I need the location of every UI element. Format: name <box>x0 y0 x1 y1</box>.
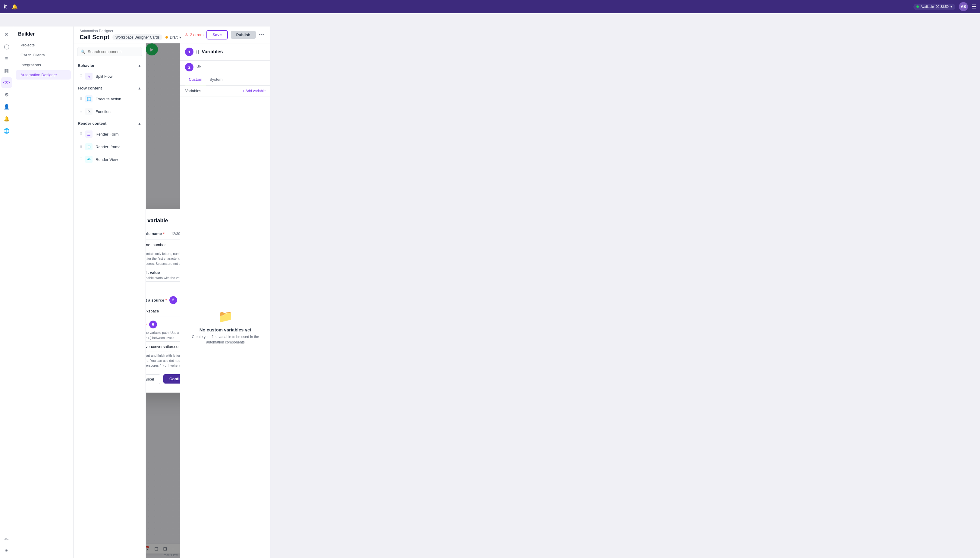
step-6-badge: 6 <box>149 320 157 328</box>
execute-action-item[interactable]: ⠿ 🌐 Execute action <box>76 93 144 105</box>
render-view-item[interactable]: ⠿ 👁 Render View <box>76 153 144 166</box>
sidebar-item-projects[interactable]: Projects <box>16 40 71 50</box>
sidebar-icon-bell2[interactable]: 🔔 <box>1 113 12 124</box>
save-button[interactable]: Save <box>207 30 228 39</box>
variable-name-hint: Must contain only letters, numbers (exce… <box>146 251 180 266</box>
availability-label: Available <box>921 5 934 8</box>
timer-label: 00:33:50 <box>936 5 949 8</box>
render-view-icon: 👁 <box>85 156 92 163</box>
chevron-icon: ▾ <box>179 35 181 39</box>
render-content-section-header[interactable]: Render content ▲ <box>74 118 146 128</box>
error-count: 2 errors <box>190 33 204 37</box>
path-hint: Write the variable path. Use a dot notat… <box>146 330 180 340</box>
behavior-section-header[interactable]: Behavior ▲ <box>74 60 146 70</box>
step-2-badge: 2 <box>185 63 194 71</box>
top-bar: it 🔔 Available 00:33:50 ▾ AB ☰ <box>0 0 980 13</box>
content-layout: 🔍 Behavior ▲ ⠿ ⑃ Split Flow Flow content <box>74 43 270 558</box>
variable-name-label: Variable name * 12/30 4 <box>146 230 180 238</box>
icon-sidebar: ⊙ ◯ ≡ ▦ </> ⚙ 👤 🔔 🌐 ✏ ⊞ <box>0 26 13 558</box>
step-5-badge: 5 <box>169 296 177 304</box>
empty-title: No custom variables yet <box>200 327 252 332</box>
source-required: * <box>166 298 167 302</box>
split-flow-item[interactable]: ⠿ ⑃ Split Flow <box>76 70 144 82</box>
cancel-button[interactable]: Cancel <box>146 374 160 384</box>
header-actions: ⚠ 2 errors Save Publish ••• <box>185 30 264 39</box>
canvas-area[interactable]: ▶ 📅 ⊡ ⊞ − + › React Flow ✕ Add variable <box>146 43 180 558</box>
draft-selector[interactable]: Draft ▾ <box>166 35 181 39</box>
render-form-label: Render Form <box>95 132 119 136</box>
split-flow-label: Split Flow <box>95 74 112 79</box>
publish-button[interactable]: Publish <box>231 31 256 39</box>
search-icon: 🔍 <box>80 49 85 54</box>
sidebar-icon-edit[interactable]: ✏ <box>1 534 12 545</box>
render-iframe-label: Render Iframe <box>95 144 121 149</box>
sidebar-icon-home[interactable]: ⊙ <box>1 29 12 40</box>
add-variable-button[interactable]: + Add variable <box>243 89 266 93</box>
tab-custom[interactable]: Custom <box>185 74 206 85</box>
sidebar-icon-globe[interactable]: 🌐 <box>1 125 12 136</box>
drag-handle: ⠿ <box>80 144 82 149</box>
variables-row: Variables + Add variable <box>180 85 270 97</box>
modal-title: Add variable <box>146 218 180 224</box>
sidebar-icon-code[interactable]: </> <box>1 77 12 88</box>
modal-footer: Cancel Confirm 7 <box>146 374 180 384</box>
path-hint2: Must start and finish with letters and n… <box>146 353 180 368</box>
nav-sidebar-title: Builder <box>13 31 73 40</box>
render-form-item[interactable]: ⠿ ☰ Render Form <box>76 128 144 140</box>
workspace-badge: Workspace Designer Cards <box>112 34 163 40</box>
path-label: Path * 6 <box>146 320 180 328</box>
path-input[interactable] <box>146 341 180 352</box>
avatar: AB <box>959 2 968 11</box>
function-icon: fx <box>85 108 92 115</box>
path-required: * <box>146 322 147 327</box>
render-form-icon: ☰ <box>85 130 92 138</box>
sidebar-icon-settings[interactable]: ⚙ <box>1 89 12 100</box>
main-content: Automation Designer Call Script Workspac… <box>74 26 270 558</box>
more-options-icon[interactable]: ••• <box>259 32 264 38</box>
sidebar-item-automation-designer[interactable]: Automation Designer <box>16 70 71 80</box>
sidebar-icon-reports[interactable]: ▦ <box>1 65 12 76</box>
right-panel-header: 1 {} Variables <box>180 43 270 61</box>
split-flow-icon: ⑃ <box>85 72 92 80</box>
confirm-button[interactable]: Confirm <box>163 374 180 384</box>
curly-braces-icon: {} <box>196 49 199 54</box>
preview-icon[interactable]: 👁 <box>197 64 201 70</box>
source-select-wrap: Workspace ▾ <box>146 306 180 316</box>
render-view-label: Render View <box>95 157 118 162</box>
sidebar-icon-grid[interactable]: ⊞ <box>1 545 12 556</box>
execute-action-label: Execute action <box>95 97 121 101</box>
variables-label: Variables <box>185 89 201 93</box>
behavior-title: Behavior <box>78 63 95 68</box>
behavior-toggle: ▲ <box>138 64 141 68</box>
render-iframe-icon: ⊞ <box>85 143 92 150</box>
page-title: Call Script <box>80 34 109 41</box>
right-panel: 1 {} Variables 2 👁 Custom System Vari <box>180 43 270 558</box>
sub-header: Automation Designer Call Script Workspac… <box>74 26 270 43</box>
error-badge: ⚠ 2 errors <box>185 33 204 37</box>
logo: it <box>3 3 7 10</box>
sidebar-icon-list[interactable]: ≡ <box>1 53 12 64</box>
function-item[interactable]: ⠿ fx Function <box>76 105 144 118</box>
menu-icon[interactable]: ☰ <box>972 3 977 10</box>
variable-name-input[interactable] <box>146 240 180 250</box>
search-input-wrap[interactable]: 🔍 <box>77 47 142 56</box>
sidebar-item-oauth[interactable]: OAuth Clients <box>16 50 71 60</box>
sidebar-item-integrations[interactable]: Integrations <box>16 60 71 70</box>
bell-icon[interactable]: 🔔 <box>12 4 18 10</box>
drag-handle: ⠿ <box>80 97 82 101</box>
flow-content-section-header[interactable]: Flow content ▲ <box>74 83 146 93</box>
folder-icon: 📁 <box>218 309 233 323</box>
source-select[interactable]: Workspace <box>146 306 180 316</box>
search-input[interactable] <box>88 49 139 54</box>
execute-action-icon: 🌐 <box>85 95 92 102</box>
default-value-input[interactable] <box>146 281 180 292</box>
render-iframe-item[interactable]: ⠿ ⊞ Render Iframe <box>76 141 144 153</box>
tab-system[interactable]: System <box>206 74 226 85</box>
top-bar-right: Available 00:33:50 ▾ AB ☰ <box>913 2 977 11</box>
sidebar-icon-contacts[interactable]: ◯ <box>1 41 12 52</box>
modal-overlay: ✕ Add variable Variable name * 12/30 4 <box>146 43 180 558</box>
availability-badge[interactable]: Available 00:33:50 ▾ <box>913 3 955 10</box>
drag-handle: ⠿ <box>80 74 82 78</box>
sidebar-icon-user[interactable]: 👤 <box>1 101 12 112</box>
draft-dot <box>166 36 168 39</box>
